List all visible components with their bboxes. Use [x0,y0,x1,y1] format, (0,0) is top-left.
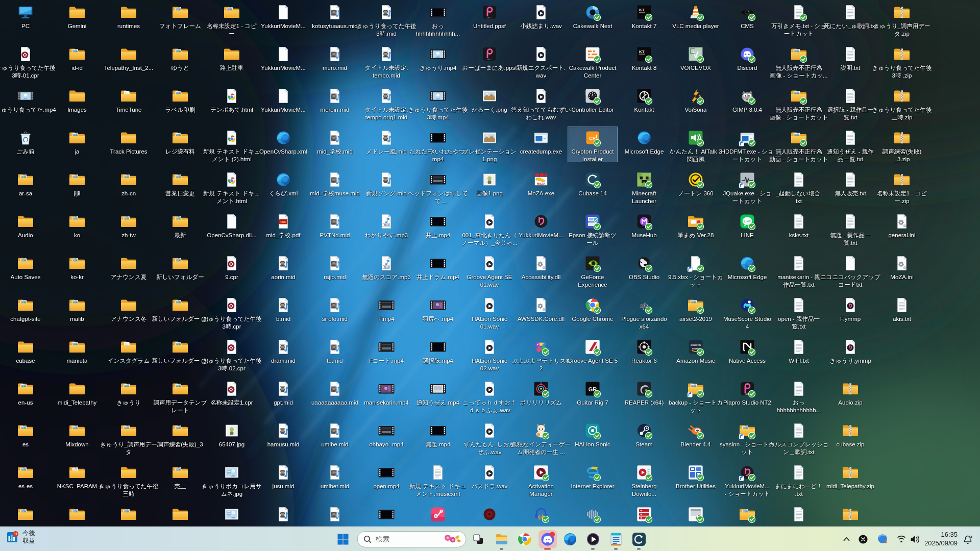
svg-text:2025/09/09: 2025/09/09 [924,539,958,547]
svg-text:16:35: 16:35 [941,531,958,538]
svg-text:9+: 9+ [14,532,18,536]
svg-text:z: z [970,534,972,539]
svg-text:検索: 検索 [375,535,389,543]
